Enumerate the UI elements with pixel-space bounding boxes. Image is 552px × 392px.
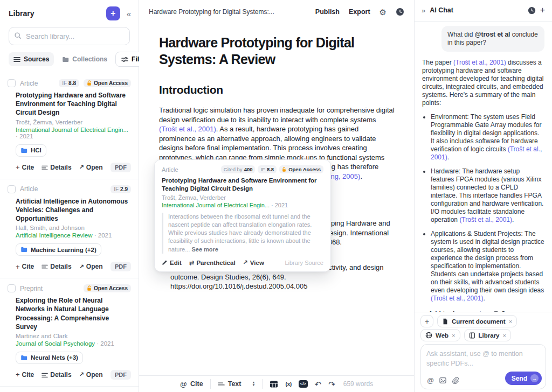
text-style-select[interactable]: Text ▲▼ xyxy=(218,380,256,388)
source-card[interactable]: Article IF8.8 Open Access Prototyping Ha… xyxy=(0,73,139,179)
swap-icon: ⇄ xyxy=(189,259,195,267)
chat-input[interactable] xyxy=(426,349,540,370)
collapse-chat-icon[interactable]: » xyxy=(422,6,425,15)
chat-history-icon[interactable] xyxy=(528,6,536,15)
toolbar-divider xyxy=(210,379,211,389)
export-button[interactable]: Export xyxy=(349,8,370,16)
source-type: Article xyxy=(20,185,106,193)
library-title: Library xyxy=(9,9,106,18)
bullet-item: Hardware: The hardware setup features FP… xyxy=(431,167,544,224)
popup-title: Prototyping Hardware and Software Enviro… xyxy=(162,177,323,193)
cite-button[interactable]: +Cite xyxy=(16,370,34,379)
source-type: Article xyxy=(20,80,54,87)
external-link-icon: ↗ xyxy=(79,164,84,171)
source-type: Preprint xyxy=(20,285,79,292)
source-title: Prototyping Hardware and Software Enviro… xyxy=(16,91,131,117)
edit-citation-button[interactable]: Edit xyxy=(162,260,182,266)
view-source-button[interactable]: ↗View xyxy=(243,259,264,266)
citation-link[interactable]: (Trošt et al., 2001) xyxy=(459,216,512,223)
redo-button[interactable]: ↷ xyxy=(328,380,335,388)
source-card[interactable]: Article IF8.8 Open Access Artificial Int… xyxy=(0,386,139,392)
add-context-button[interactable]: + xyxy=(420,315,433,327)
open-button[interactable]: ↗Open xyxy=(79,164,103,171)
remove-chip-icon[interactable]: × xyxy=(509,318,512,325)
tab-collections[interactable]: Collections xyxy=(57,52,112,66)
new-chat-button[interactable]: + xyxy=(540,5,545,15)
details-button[interactable]: Details xyxy=(42,164,71,171)
open-access-badge: Open Access xyxy=(84,284,131,292)
citation-link[interactable]: (Trošt et al., 2001) xyxy=(453,59,506,66)
context-chips: + Current document × Web × Library × xyxy=(420,315,546,341)
add-source-button[interactable]: + xyxy=(106,6,120,20)
open-access-badge: Open Access xyxy=(84,79,131,87)
details-button[interactable]: Details xyxy=(42,371,71,379)
chat-input-box[interactable]: @ Send → xyxy=(420,344,546,389)
collection-tag[interactable]: HCI xyxy=(16,144,46,157)
citation-popup: Article Cited by400 IF8.8 Open Access Pr… xyxy=(154,159,331,272)
folder-icon xyxy=(20,147,27,154)
details-icon xyxy=(42,263,48,270)
mention-icon[interactable]: @ xyxy=(427,376,434,384)
publish-button[interactable]: Publish xyxy=(315,8,340,16)
source-card[interactable]: Preprint Open Access Exploring the Role … xyxy=(0,278,139,386)
open-button[interactable]: ↗Open xyxy=(79,263,103,270)
impact-factor-badge: IF2.9 xyxy=(111,185,131,193)
settings-gear-icon[interactable]: ⚙ xyxy=(380,8,387,16)
open-button[interactable]: ↗Open xyxy=(79,371,103,379)
context-chip-current-document[interactable]: Current document × xyxy=(437,315,517,327)
mention: @trost et al xyxy=(475,31,510,38)
cite-button[interactable]: +Cite xyxy=(16,263,34,271)
attachment-icon[interactable] xyxy=(452,377,459,384)
collapse-sidebar-icon[interactable]: « xyxy=(127,9,131,18)
source-authors: Martinez and Clark xyxy=(16,333,131,339)
image-icon[interactable] xyxy=(439,377,446,384)
send-arrow-icon: → xyxy=(530,374,539,382)
book-icon xyxy=(469,332,475,339)
chat-header: » AI Chat + xyxy=(415,0,552,22)
source-journal: Journal of Social Psychology · 2021 xyxy=(16,340,131,347)
section-heading-introduction[interactable]: Introduction xyxy=(159,83,396,96)
source-card[interactable]: Article IF2.9 Artificial Intelligence in… xyxy=(0,179,139,278)
collection-tag[interactable]: Machine Learning (+2) xyxy=(16,243,101,256)
citation-link[interactable]: (Trošt et al., 2001) xyxy=(431,295,484,302)
cite-toolbar-button[interactable]: @Cite xyxy=(180,380,203,388)
pdf-badge[interactable]: PDF xyxy=(111,163,131,172)
insert-equation-button[interactable]: (x) xyxy=(285,381,291,387)
details-icon xyxy=(42,164,48,171)
pdf-badge[interactable]: PDF xyxy=(111,370,131,380)
context-chip-library[interactable]: Library × xyxy=(464,329,511,341)
undo-button[interactable]: ↶ xyxy=(315,380,322,388)
context-chip-web[interactable]: Web × xyxy=(420,329,460,341)
popup-abstract: Interactions between the ribosomal exit … xyxy=(162,213,323,254)
remove-chip-icon[interactable]: × xyxy=(452,332,455,339)
select-checkbox[interactable] xyxy=(8,79,16,87)
popup-authors: Trošt, Žemva, Verderber xyxy=(162,194,323,201)
insert-table-button[interactable] xyxy=(270,380,278,388)
cite-button[interactable]: +Cite xyxy=(16,163,34,171)
tab-sources[interactable]: Sources xyxy=(9,52,54,66)
chat-title: AI Chat xyxy=(430,6,523,14)
unlock-icon xyxy=(87,285,92,291)
popup-source-type: Article xyxy=(162,166,218,173)
document-title[interactable]: Hardware Prototyping for Digital Systems… xyxy=(159,34,396,67)
globe-icon xyxy=(425,332,432,339)
details-button[interactable]: Details xyxy=(42,263,71,270)
folder-icon xyxy=(20,354,27,361)
select-checkbox[interactable] xyxy=(8,185,16,193)
source-title: Exploring the Role of Neural Networks in… xyxy=(16,296,131,331)
see-more-link[interactable]: See more xyxy=(191,246,218,253)
parenthetical-toggle[interactable]: ⇄Parenthetical xyxy=(189,259,236,267)
user-message: What did @trost et al conclude in this p… xyxy=(441,26,544,52)
collection-tag[interactable]: Neural Nets (+3) xyxy=(16,352,83,364)
remove-chip-icon[interactable]: × xyxy=(503,332,506,339)
unlock-icon xyxy=(87,80,92,86)
history-clock-icon[interactable] xyxy=(396,8,404,16)
citation-link[interactable]: (Trošt et al., 2001) xyxy=(159,125,216,133)
source-title: Artificial Intelligence in Autonomous Ve… xyxy=(16,197,131,223)
select-checkbox[interactable] xyxy=(8,284,16,292)
insert-code-button[interactable]: </> xyxy=(299,380,308,388)
send-button[interactable]: Send → xyxy=(505,372,542,385)
document-canvas[interactable]: Hardware Prototyping for Digital Systems… xyxy=(139,24,414,375)
search-input[interactable] xyxy=(9,27,130,45)
pdf-badge[interactable]: PDF xyxy=(111,262,131,271)
